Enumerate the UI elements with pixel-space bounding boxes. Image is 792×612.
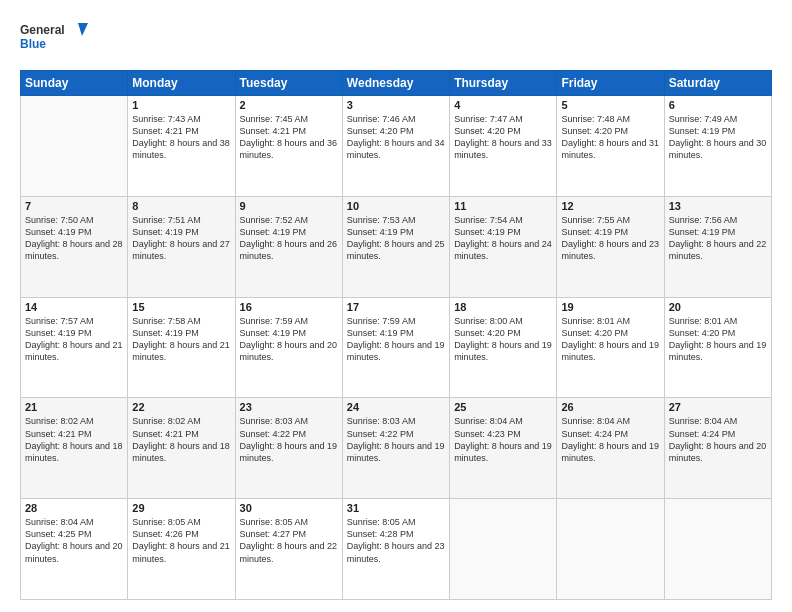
cell-info: Sunrise: 8:05 AMSunset: 4:27 PMDaylight:… (240, 516, 338, 565)
cell-info: Sunrise: 7:57 AMSunset: 4:19 PMDaylight:… (25, 315, 123, 364)
calendar-cell: 29Sunrise: 8:05 AMSunset: 4:26 PMDayligh… (128, 499, 235, 600)
calendar-cell: 11Sunrise: 7:54 AMSunset: 4:19 PMDayligh… (450, 196, 557, 297)
day-number: 2 (240, 99, 338, 111)
day-number: 30 (240, 502, 338, 514)
cell-info: Sunrise: 8:04 AMSunset: 4:24 PMDaylight:… (669, 415, 767, 464)
day-number: 27 (669, 401, 767, 413)
svg-text:General: General (20, 23, 65, 37)
calendar-cell: 20Sunrise: 8:01 AMSunset: 4:20 PMDayligh… (664, 297, 771, 398)
calendar-header-row: SundayMondayTuesdayWednesdayThursdayFrid… (21, 71, 772, 96)
day-number: 14 (25, 301, 123, 313)
calendar-cell: 10Sunrise: 7:53 AMSunset: 4:19 PMDayligh… (342, 196, 449, 297)
calendar-cell: 27Sunrise: 8:04 AMSunset: 4:24 PMDayligh… (664, 398, 771, 499)
calendar-cell (557, 499, 664, 600)
day-number: 9 (240, 200, 338, 212)
day-number: 5 (561, 99, 659, 111)
day-number: 24 (347, 401, 445, 413)
cell-info: Sunrise: 8:00 AMSunset: 4:20 PMDaylight:… (454, 315, 552, 364)
calendar-cell: 19Sunrise: 8:01 AMSunset: 4:20 PMDayligh… (557, 297, 664, 398)
calendar-cell: 4Sunrise: 7:47 AMSunset: 4:20 PMDaylight… (450, 96, 557, 197)
day-number: 13 (669, 200, 767, 212)
calendar-cell: 31Sunrise: 8:05 AMSunset: 4:28 PMDayligh… (342, 499, 449, 600)
calendar-week-row: 14Sunrise: 7:57 AMSunset: 4:19 PMDayligh… (21, 297, 772, 398)
calendar-cell (21, 96, 128, 197)
calendar-week-row: 1Sunrise: 7:43 AMSunset: 4:21 PMDaylight… (21, 96, 772, 197)
calendar-header-thursday: Thursday (450, 71, 557, 96)
calendar-cell: 2Sunrise: 7:45 AMSunset: 4:21 PMDaylight… (235, 96, 342, 197)
calendar-cell: 5Sunrise: 7:48 AMSunset: 4:20 PMDaylight… (557, 96, 664, 197)
cell-info: Sunrise: 7:48 AMSunset: 4:20 PMDaylight:… (561, 113, 659, 162)
calendar-cell: 3Sunrise: 7:46 AMSunset: 4:20 PMDaylight… (342, 96, 449, 197)
calendar-cell: 13Sunrise: 7:56 AMSunset: 4:19 PMDayligh… (664, 196, 771, 297)
calendar-cell: 17Sunrise: 7:59 AMSunset: 4:19 PMDayligh… (342, 297, 449, 398)
cell-info: Sunrise: 7:59 AMSunset: 4:19 PMDaylight:… (347, 315, 445, 364)
cell-info: Sunrise: 7:46 AMSunset: 4:20 PMDaylight:… (347, 113, 445, 162)
calendar-cell: 15Sunrise: 7:58 AMSunset: 4:19 PMDayligh… (128, 297, 235, 398)
day-number: 31 (347, 502, 445, 514)
cell-info: Sunrise: 8:04 AMSunset: 4:25 PMDaylight:… (25, 516, 123, 565)
calendar-cell: 30Sunrise: 8:05 AMSunset: 4:27 PMDayligh… (235, 499, 342, 600)
calendar-week-row: 28Sunrise: 8:04 AMSunset: 4:25 PMDayligh… (21, 499, 772, 600)
svg-marker-2 (78, 23, 88, 36)
cell-info: Sunrise: 7:59 AMSunset: 4:19 PMDaylight:… (240, 315, 338, 364)
day-number: 8 (132, 200, 230, 212)
cell-info: Sunrise: 8:04 AMSunset: 4:24 PMDaylight:… (561, 415, 659, 464)
logo: General Blue (20, 18, 90, 60)
calendar-cell: 9Sunrise: 7:52 AMSunset: 4:19 PMDaylight… (235, 196, 342, 297)
calendar-cell: 14Sunrise: 7:57 AMSunset: 4:19 PMDayligh… (21, 297, 128, 398)
cell-info: Sunrise: 7:47 AMSunset: 4:20 PMDaylight:… (454, 113, 552, 162)
day-number: 19 (561, 301, 659, 313)
calendar-cell: 23Sunrise: 8:03 AMSunset: 4:22 PMDayligh… (235, 398, 342, 499)
day-number: 6 (669, 99, 767, 111)
cell-info: Sunrise: 7:50 AMSunset: 4:19 PMDaylight:… (25, 214, 123, 263)
cell-info: Sunrise: 7:55 AMSunset: 4:19 PMDaylight:… (561, 214, 659, 263)
calendar-table: SundayMondayTuesdayWednesdayThursdayFrid… (20, 70, 772, 600)
cell-info: Sunrise: 7:49 AMSunset: 4:19 PMDaylight:… (669, 113, 767, 162)
cell-info: Sunrise: 8:05 AMSunset: 4:28 PMDaylight:… (347, 516, 445, 565)
day-number: 4 (454, 99, 552, 111)
calendar-cell: 26Sunrise: 8:04 AMSunset: 4:24 PMDayligh… (557, 398, 664, 499)
day-number: 26 (561, 401, 659, 413)
cell-info: Sunrise: 8:04 AMSunset: 4:23 PMDaylight:… (454, 415, 552, 464)
day-number: 1 (132, 99, 230, 111)
day-number: 28 (25, 502, 123, 514)
calendar-cell: 18Sunrise: 8:00 AMSunset: 4:20 PMDayligh… (450, 297, 557, 398)
calendar-header-tuesday: Tuesday (235, 71, 342, 96)
cell-info: Sunrise: 7:53 AMSunset: 4:19 PMDaylight:… (347, 214, 445, 263)
cell-info: Sunrise: 7:45 AMSunset: 4:21 PMDaylight:… (240, 113, 338, 162)
calendar-cell: 25Sunrise: 8:04 AMSunset: 4:23 PMDayligh… (450, 398, 557, 499)
day-number: 11 (454, 200, 552, 212)
cell-info: Sunrise: 7:56 AMSunset: 4:19 PMDaylight:… (669, 214, 767, 263)
cell-info: Sunrise: 8:01 AMSunset: 4:20 PMDaylight:… (669, 315, 767, 364)
cell-info: Sunrise: 7:51 AMSunset: 4:19 PMDaylight:… (132, 214, 230, 263)
day-number: 22 (132, 401, 230, 413)
calendar-cell: 12Sunrise: 7:55 AMSunset: 4:19 PMDayligh… (557, 196, 664, 297)
header: General Blue (20, 18, 772, 60)
day-number: 18 (454, 301, 552, 313)
calendar-cell: 28Sunrise: 8:04 AMSunset: 4:25 PMDayligh… (21, 499, 128, 600)
day-number: 10 (347, 200, 445, 212)
cell-info: Sunrise: 7:54 AMSunset: 4:19 PMDaylight:… (454, 214, 552, 263)
svg-text:Blue: Blue (20, 37, 46, 51)
cell-info: Sunrise: 7:43 AMSunset: 4:21 PMDaylight:… (132, 113, 230, 162)
calendar-header-friday: Friday (557, 71, 664, 96)
calendar-cell: 1Sunrise: 7:43 AMSunset: 4:21 PMDaylight… (128, 96, 235, 197)
page: General Blue SundayMondayTuesdayWednesda… (0, 0, 792, 612)
day-number: 23 (240, 401, 338, 413)
calendar-header-wednesday: Wednesday (342, 71, 449, 96)
cell-info: Sunrise: 8:02 AMSunset: 4:21 PMDaylight:… (25, 415, 123, 464)
calendar-cell (450, 499, 557, 600)
day-number: 15 (132, 301, 230, 313)
calendar-cell: 7Sunrise: 7:50 AMSunset: 4:19 PMDaylight… (21, 196, 128, 297)
day-number: 12 (561, 200, 659, 212)
day-number: 16 (240, 301, 338, 313)
calendar-header-saturday: Saturday (664, 71, 771, 96)
calendar-cell: 24Sunrise: 8:03 AMSunset: 4:22 PMDayligh… (342, 398, 449, 499)
cell-info: Sunrise: 8:03 AMSunset: 4:22 PMDaylight:… (240, 415, 338, 464)
calendar-week-row: 21Sunrise: 8:02 AMSunset: 4:21 PMDayligh… (21, 398, 772, 499)
cell-info: Sunrise: 8:01 AMSunset: 4:20 PMDaylight:… (561, 315, 659, 364)
calendar-week-row: 7Sunrise: 7:50 AMSunset: 4:19 PMDaylight… (21, 196, 772, 297)
cell-info: Sunrise: 8:05 AMSunset: 4:26 PMDaylight:… (132, 516, 230, 565)
calendar-header-sunday: Sunday (21, 71, 128, 96)
cell-info: Sunrise: 8:02 AMSunset: 4:21 PMDaylight:… (132, 415, 230, 464)
